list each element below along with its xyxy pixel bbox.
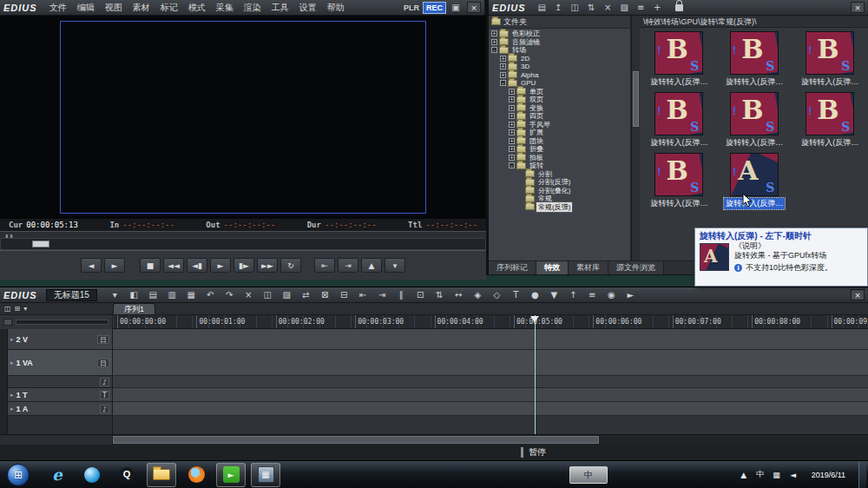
mixer-icon[interactable]: ≡ xyxy=(583,289,602,301)
redo-icon[interactable]: ↷ xyxy=(220,289,239,301)
goto-out-button[interactable]: ⇥ xyxy=(338,258,358,273)
expander-icon[interactable]: - xyxy=(491,47,497,53)
menu-item[interactable]: 设置 xyxy=(294,0,322,16)
jog-forward-button[interactable]: ► xyxy=(104,258,125,273)
title-tool-icon[interactable]: T xyxy=(507,289,525,301)
lock-icon[interactable] xyxy=(675,4,683,11)
remove-gap-icon[interactable]: ⊡ xyxy=(411,289,430,301)
expander-icon[interactable]: + xyxy=(509,155,515,161)
language-bar[interactable]: 中 xyxy=(569,466,608,484)
effect-thumbnail[interactable]: ! B S xyxy=(806,92,854,135)
expander-icon[interactable]: + xyxy=(509,122,515,128)
timeline-horizontal-scrollbar[interactable] xyxy=(0,434,868,445)
effect-thumbnail[interactable]: ! B S xyxy=(654,153,703,196)
menu-item[interactable]: 渲染 xyxy=(239,0,266,16)
goto-in-button[interactable]: ⇤ xyxy=(314,258,335,273)
effect-thumbnail[interactable]: ! B S xyxy=(806,31,854,75)
open-project-icon[interactable]: ▥ xyxy=(163,289,181,301)
save-project-icon[interactable]: ▦ xyxy=(182,289,201,301)
effect-item[interactable]: ! B S 旋转转入(反弹… xyxy=(792,92,868,148)
menu-item[interactable]: 文件 xyxy=(44,0,72,16)
close-button[interactable]: × xyxy=(851,289,865,300)
palette-tab[interactable]: 特效 xyxy=(536,261,569,274)
expander-icon[interactable]: + xyxy=(500,63,506,69)
delete-icon[interactable]: ⊠ xyxy=(316,289,334,301)
track-panel-icon[interactable]: ◫ xyxy=(4,305,11,313)
track-header[interactable]: ▸ 1 T T xyxy=(8,388,112,402)
position-slider[interactable] xyxy=(0,238,486,250)
play-button[interactable]: ► xyxy=(210,258,231,273)
track-lane[interactable] xyxy=(113,350,868,376)
effect-item[interactable]: ! B S 旋转转入(反弹… xyxy=(641,31,717,88)
tree-node[interactable]: - 旋转 xyxy=(489,162,630,170)
menu-item[interactable]: 视图 xyxy=(100,0,128,16)
insert-mode-icon[interactable]: ◧ xyxy=(125,289,143,301)
effect-item[interactable]: ! A S 旋转转入(反弹… xyxy=(717,153,792,209)
track-lock-column[interactable] xyxy=(0,329,8,434)
effect-thumbnail[interactable]: ! A S xyxy=(730,153,779,196)
time-ruler[interactable]: 00:00:00:00 00:00:01:00 00:00:02:00 00:0… xyxy=(113,315,868,329)
set-in-point-icon[interactable]: ⇤ xyxy=(354,289,372,301)
expander-icon[interactable]: + xyxy=(491,30,497,36)
menu-item[interactable]: 工具 xyxy=(266,0,294,16)
taskbar-item-browser[interactable] xyxy=(77,463,107,487)
goto-edit-point-button[interactable]: ▲ xyxy=(361,258,382,273)
layout-icon[interactable]: ▣ xyxy=(450,3,462,12)
expander-icon[interactable]: + xyxy=(509,146,515,152)
network-icon[interactable]: ▦ xyxy=(772,471,782,479)
menu-item[interactable]: 帮助 xyxy=(322,0,350,16)
add-transition-icon[interactable]: ◇ xyxy=(488,289,506,301)
start-button[interactable]: ⊞ xyxy=(7,464,30,486)
track-lane[interactable] xyxy=(113,388,868,402)
previous-frame-button[interactable]: ◄▮ xyxy=(187,258,207,273)
tree-node[interactable]: + 单页 xyxy=(489,88,630,96)
effect-thumbnail[interactable]: ! B S xyxy=(730,92,779,135)
position-slider-handle[interactable] xyxy=(32,241,49,247)
menu-item[interactable]: 编辑 xyxy=(72,0,100,16)
track-lane[interactable] xyxy=(113,329,868,350)
expander-icon[interactable]: + xyxy=(509,105,515,111)
marker-icon[interactable]: ▼ xyxy=(545,289,563,301)
effect-item[interactable]: ! B S 旋转转入(反弹… xyxy=(641,153,717,209)
track-header[interactable]: ▸ 1 A ♪ xyxy=(8,402,112,416)
effect-item[interactable]: ! B S 旋转转入(反弹… xyxy=(717,92,792,148)
taskbar-item-player[interactable]: ► xyxy=(216,463,246,487)
track-option-icon[interactable]: ♪ xyxy=(100,405,109,413)
menu-item[interactable]: 素材 xyxy=(128,0,155,16)
set-out-point-icon[interactable]: ⇥ xyxy=(373,289,391,301)
track-option-icon[interactable]: T xyxy=(100,391,109,399)
track-lane[interactable] xyxy=(113,402,868,416)
palette-tab[interactable]: 序列标记 xyxy=(489,261,536,274)
clock-date[interactable]: 2019/6/11 xyxy=(812,471,845,479)
export-icon[interactable]: ↑ xyxy=(564,289,582,301)
voiceover-icon[interactable]: ● xyxy=(526,289,544,301)
capture-icon[interactable]: ◉ xyxy=(602,289,621,301)
expander-icon[interactable]: + xyxy=(509,96,515,102)
tree-node[interactable]: - GPU xyxy=(489,79,630,88)
sync-mode-icon[interactable]: ⇅ xyxy=(431,289,449,301)
expander-icon[interactable]: + xyxy=(491,39,497,45)
stop-button[interactable]: ■ xyxy=(140,258,161,273)
effect-thumbnail[interactable]: ! B S xyxy=(654,92,703,135)
expander-icon[interactable]: + xyxy=(509,138,515,144)
track-header[interactable]: ▸ 1 VA 日 xyxy=(8,350,112,376)
paste-icon[interactable]: ▨ xyxy=(278,289,296,301)
palette-tab[interactable]: 源文件浏览 xyxy=(608,261,664,274)
loop-play-button[interactable]: ↻ xyxy=(280,258,301,273)
track-option-icon[interactable]: 日 xyxy=(97,359,109,367)
expander-icon[interactable]: - xyxy=(509,162,515,168)
menu-item[interactable]: 标记 xyxy=(155,0,183,16)
cut-icon[interactable]: × xyxy=(240,289,258,301)
scrollbar-thumb[interactable] xyxy=(113,436,599,444)
tree-node[interactable]: + 变换 xyxy=(489,104,630,113)
track-expander-icon[interactable]: ▸ xyxy=(10,359,14,366)
track-header[interactable]: ♪ xyxy=(8,376,112,388)
ripple-delete-icon[interactable]: ⊟ xyxy=(335,289,353,301)
tree-node[interactable]: + 扩展 xyxy=(489,129,630,137)
replace-icon[interactable]: ⇄ xyxy=(297,289,315,301)
rewind-button[interactable]: ◄◄ xyxy=(163,258,184,273)
move-up-icon[interactable]: ↥ xyxy=(553,3,564,12)
expander-icon[interactable]: + xyxy=(500,56,506,62)
copy-icon[interactable]: ◫ xyxy=(259,289,277,301)
undo-icon[interactable]: ↶ xyxy=(201,289,220,301)
